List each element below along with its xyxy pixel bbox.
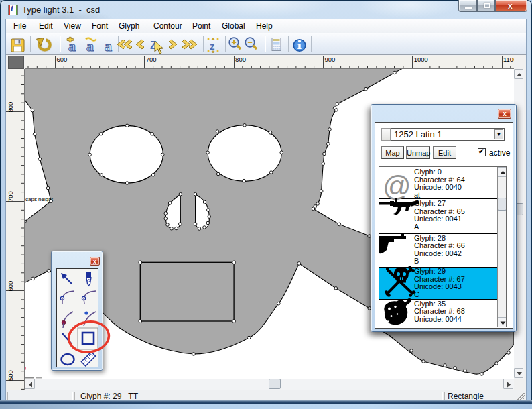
- svg-text:800: 800: [7, 102, 14, 113]
- svg-text:@: @: [383, 170, 411, 202]
- svg-text:600: 600: [57, 56, 68, 63]
- svg-text:700: 700: [7, 191, 14, 202]
- svg-text:900: 900: [324, 56, 335, 63]
- svg-text:z: z: [210, 40, 215, 52]
- svg-text:600: 600: [7, 281, 14, 292]
- svg-text:800: 800: [235, 56, 246, 63]
- svg-text:500: 500: [7, 370, 14, 381]
- svg-text:a: a: [105, 38, 112, 54]
- svg-text:700: 700: [146, 56, 157, 63]
- svg-text:1000: 1000: [414, 56, 428, 63]
- svg-text:1100: 1100: [503, 56, 514, 63]
